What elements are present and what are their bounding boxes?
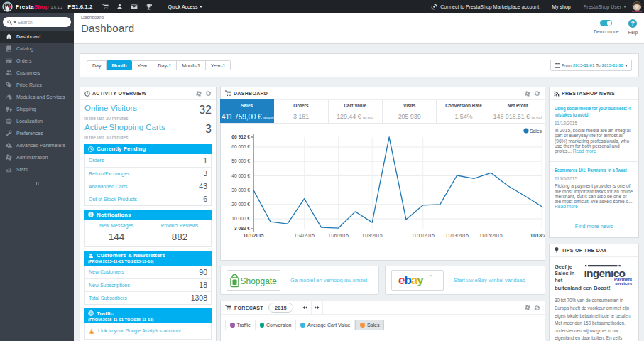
range-button-day-1[interactable]: Day-1 (153, 60, 178, 70)
demo-mode-toggle[interactable] (600, 20, 612, 26)
sidebar-item-advanced-parameters[interactable]: Advanced Parameters (0, 139, 74, 151)
sidebar-search[interactable] (3, 17, 71, 27)
bar-chart-icon (6, 166, 12, 173)
help-icon[interactable]: ? (628, 19, 637, 28)
cart-icon[interactable] (102, 4, 109, 10)
range-button-year-1[interactable]: Year-1 (206, 60, 231, 70)
sidebar-item-price-rules[interactable]: Price Rules (0, 79, 74, 91)
read-more-link[interactable]: Read more (555, 204, 578, 209)
ebay-link[interactable]: Start uw eBay-winkel vandaag (454, 277, 525, 283)
sidebar-item-administration[interactable]: Administration (0, 151, 74, 163)
forecast-legend-conversion[interactable]: Conversion (256, 320, 297, 330)
gear-icon[interactable] (525, 305, 530, 310)
sidebar-item-modules-and-services[interactable]: Modules and Services (0, 91, 74, 103)
forecast-year[interactable]: 2015 (268, 303, 293, 313)
sales-chart: 3 082 €10 000 €20 000 €30 000 €40 000 €5… (221, 124, 545, 259)
customers-link[interactable]: Total Subscribers (89, 296, 127, 301)
kpi-cart-value[interactable]: Cart Value129,44 € tax excl. (329, 100, 383, 123)
date-from: 2015-11-01 (573, 63, 594, 67)
legend-label: Sales (367, 323, 380, 328)
kpi-conversion-rate[interactable]: Conversion Rate1.54% (437, 100, 491, 123)
forecast-legend-average-cart-value[interactable]: Average Cart Value (296, 320, 355, 330)
google-analytics-row: Link to your Google Analytics account (84, 323, 212, 340)
gear-icon[interactable] (196, 91, 202, 97)
date-range-picker[interactable]: From2015-11-01 To2015-11-18 (550, 60, 632, 71)
backward-icon[interactable] (300, 301, 312, 315)
panel-tools (525, 90, 540, 97)
product-reviews-link[interactable]: Product Reviews (150, 223, 209, 228)
pending-table: Orders1Return/Exchanges3Abandoned Carts4… (84, 154, 212, 206)
forecast-panel: FORECAST 2015 TrafficConversionAverage C… (220, 301, 545, 341)
notifications-table: New Messages 144 Product Reviews 882 (84, 220, 212, 247)
sidebar-item-localization[interactable]: Localization (0, 115, 74, 127)
search-scope-caret-icon[interactable] (13, 21, 16, 23)
customers-link[interactable]: New Customers (89, 269, 124, 274)
sidebar-item-dashboard[interactable]: Dashboard (0, 31, 74, 43)
google-analytics-link[interactable]: Link to your Google Analytics account (98, 328, 181, 333)
gear-icon[interactable] (525, 91, 530, 97)
prestashop-logo-icon (2, 1, 13, 12)
icon-glyph: ıngenıco Payment services (584, 262, 633, 285)
range-button-day[interactable]: Day (87, 60, 107, 70)
news-article-title[interactable]: Ecommerce 101: Payments in a Tweet (555, 168, 633, 174)
demo-mode-control: Demo mode (594, 19, 618, 35)
kpi-label: Conversion Rate (438, 103, 489, 108)
kpi-net-profit[interactable]: Net Profit148 918,51 € tax excl. (491, 100, 545, 123)
dashboard-panel: DASHBOARD Sales411 759,00 € tax excl.Ord… (220, 87, 545, 261)
shopgate-logo[interactable]: Shopgate (227, 270, 280, 291)
refresh-icon[interactable] (534, 90, 540, 97)
kpi-visits[interactable]: Visits205 939 (383, 100, 437, 123)
active-carts-link[interactable]: Active Shopping Carts (84, 123, 165, 132)
forward-icon[interactable] (312, 301, 323, 315)
svg-text:services: services (615, 281, 633, 285)
news-article-title[interactable]: Using social media for your business: 4 … (555, 106, 633, 118)
new-messages-link[interactable]: New Messages (87, 223, 146, 228)
kpi-sales[interactable]: Sales411 759,00 € tax excl. (220, 99, 274, 123)
find-more-news-link[interactable]: Find more news (550, 217, 638, 237)
dashboard-columns: ACTIVITY OVERVIEW Online Visitors 32 in … (74, 87, 644, 341)
refresh-icon[interactable] (205, 90, 212, 97)
pending-link[interactable]: Return/Exchanges (89, 171, 130, 176)
quick-access-menu[interactable]: Quick Access (168, 4, 202, 9)
sidebar-item-shipping[interactable]: Shipping (0, 103, 74, 115)
pending-link[interactable]: Abandoned Carts (89, 184, 127, 189)
range-button-month[interactable]: Month (107, 60, 132, 70)
online-visitors-link[interactable]: Online Visitors (84, 104, 137, 113)
pending-link[interactable]: Orders (89, 158, 104, 163)
section-header-label: Currently Pending (97, 146, 146, 152)
date-range-presets: DayMonthYearDay-1Month-1Year-1 (87, 60, 231, 70)
sidebar-item-catalog[interactable]: Catalog (0, 43, 74, 55)
sidebar-item-customers[interactable]: Customers (0, 67, 74, 79)
user-avatar[interactable]: PrestaShop (632, 1, 642, 13)
chevron-down-icon (625, 65, 628, 67)
kpi-value: 411 759,00 € tax excl. (222, 113, 272, 121)
customers-link[interactable]: New Subscriptions (89, 283, 130, 288)
user-menu[interactable]: PrestaShop User (584, 4, 626, 9)
section-header-subtitle: (FROM 2015-11-01 TO 2015-11-18) (88, 259, 208, 264)
sidebar-item-preferences[interactable]: Preferences (0, 127, 74, 139)
brand-name[interactable]: PrestaShop (16, 4, 48, 10)
kpi-value: 1.54% (438, 113, 489, 120)
ebay-logo[interactable]: ebay ™ (391, 270, 444, 291)
shop-name[interactable]: PS1.6.1.2 (67, 4, 92, 10)
search-input[interactable] (18, 20, 58, 25)
refresh-icon[interactable] (534, 305, 540, 311)
kpi-orders[interactable]: Orders3 181 (274, 100, 328, 123)
sidebar-item-orders[interactable]: Orders (0, 55, 74, 67)
mail-icon[interactable] (131, 4, 138, 10)
sidebar-item-stats[interactable]: Stats (0, 163, 74, 175)
gear-icon (6, 154, 12, 161)
marketplace-link[interactable]: Connect to PrestaShop Marketplace accoun… (431, 4, 539, 10)
pending-link[interactable]: Out of Stock Products (89, 197, 137, 202)
my-shop-link[interactable]: My shop (552, 4, 570, 9)
icon-glyph: PrestaShop (632, 1, 642, 13)
employees-icon[interactable] (116, 4, 123, 10)
range-button-year[interactable]: Year (132, 60, 153, 70)
forecast-legend-traffic[interactable]: Traffic (225, 320, 256, 330)
shopgate-link[interactable]: Ga mobiel en verhoog uw omzet (290, 277, 367, 283)
read-more-link[interactable]: Read more (573, 148, 596, 153)
range-button-month-1[interactable]: Month-1 (177, 60, 206, 70)
trophy-icon[interactable] (146, 4, 152, 10)
collapse-sidebar-toggle[interactable] (0, 181, 74, 186)
forecast-legend-sales[interactable]: Sales (355, 320, 384, 330)
